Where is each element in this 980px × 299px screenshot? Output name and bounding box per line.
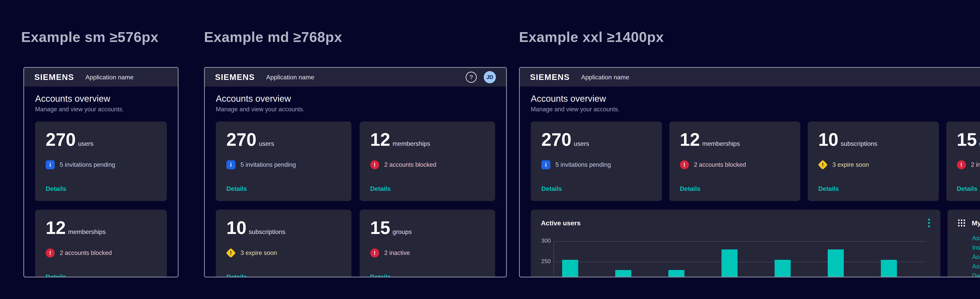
app-window-md: SIEMENS Application name ? JD Accounts o… (204, 67, 507, 277)
app-link[interactable]: Assets flow (972, 235, 980, 242)
y-axis-line (554, 241, 554, 277)
chart-bar (668, 270, 684, 277)
details-link[interactable]: Details (818, 185, 839, 192)
page-subtitle: Manage and view your accounts. (216, 106, 495, 113)
app-link[interactable]: Access key (972, 254, 980, 261)
app-window-xxl: SIEMENS Application name ? JD Accounts o… (519, 67, 980, 277)
alarm-icon: ! (370, 248, 379, 258)
metric: 15 groups (957, 130, 980, 148)
memberships-count: 12 (46, 219, 66, 237)
groups-count: 15 (370, 219, 390, 237)
details-link[interactable]: Details (680, 185, 700, 192)
warning-icon: ! (226, 248, 235, 258)
metric: 12 memberships (680, 130, 790, 148)
alarm-icon: ! (680, 160, 689, 169)
kebab-menu-icon[interactable] (928, 218, 930, 228)
card-memberships: 12 memberships ! 2 accounts blocked Deta… (669, 121, 800, 201)
card-subscriptions: 10 subscriptions ! 3 expire soon Details (808, 121, 939, 201)
cards-grid: 270 users i 5 invitations pending Detail… (216, 121, 495, 277)
card-users: 270 users i 5 invitations pending Detail… (216, 121, 352, 201)
active-users-chart-card: Active users 300250 (531, 210, 940, 277)
app-header: SIEMENS Application name ? JD (520, 68, 980, 87)
subscriptions-label: subscriptions (841, 140, 877, 147)
app-link[interactable]: Assets App (972, 263, 980, 270)
warning-icon: ! (818, 160, 827, 169)
card-users: 270 users i 5 invitations pending Detail… (531, 121, 662, 201)
groups-label: groups (979, 140, 980, 147)
canvas: { "sections": { "sm": { "title": "Exampl… (0, 0, 980, 299)
details-link[interactable]: Details (46, 274, 66, 277)
card-subscriptions: 10 subscriptions ! 3 expire soon Details (216, 210, 352, 277)
details-link[interactable]: Details (370, 274, 391, 277)
siemens-logo: SIEMENS (215, 73, 255, 82)
metric: 15 groups (370, 219, 485, 237)
users-label: users (574, 140, 589, 147)
subscriptions-count: 10 (226, 219, 247, 237)
status-text: 3 expire soon (240, 250, 277, 256)
details-link[interactable]: Details (226, 274, 247, 277)
chart-title: Active users (541, 219, 581, 227)
status-row: ! 2 accounts blocked (680, 160, 790, 169)
status-row: i 5 invitations pending (46, 160, 156, 169)
status-text: 2 accounts blocked (60, 250, 112, 256)
alarm-icon: ! (46, 248, 55, 258)
users-count: 270 (46, 130, 76, 148)
app-link-row: Assets App› (972, 262, 980, 271)
users-label: users (259, 140, 274, 147)
memberships-label: memberships (702, 140, 740, 147)
app-link[interactable]: Insights (972, 244, 980, 251)
cards-grid: 270 users i 5 invitations pending Detail… (531, 121, 980, 201)
status-text: 2 inactive (384, 250, 410, 256)
app-header: SIEMENS Application name (24, 68, 178, 87)
status-text: 2 inactive (971, 161, 980, 168)
bottom-row: Active users 300250 (531, 210, 980, 277)
card-memberships: 12 memberships ! 2 accounts blocked Deta… (360, 121, 495, 201)
details-link[interactable]: Details (957, 185, 977, 192)
metric: 270 users (226, 130, 341, 148)
gridline-300 (554, 241, 926, 242)
panel-header: My apps (958, 218, 980, 228)
page-content: Accounts overview Manage and view your a… (24, 94, 178, 277)
my-apps-card: My apps Assets flow›Insights›Access key›… (947, 210, 980, 277)
breakpoint-title-md: Example md ≥768px (204, 29, 342, 45)
page-title: Accounts overview (216, 94, 495, 103)
status-row: ! 2 inactive (957, 160, 980, 169)
info-icon: i (46, 160, 55, 169)
details-link[interactable]: Details (541, 185, 562, 192)
details-link[interactable]: Details (226, 185, 247, 192)
users-count: 270 (541, 130, 571, 148)
apps-grid-icon (958, 219, 966, 227)
status-row: i 5 invitations pending (226, 160, 341, 169)
users-label: users (78, 140, 94, 147)
details-link[interactable]: Details (370, 185, 391, 192)
y-tick-label: 250 (541, 258, 551, 264)
card-memberships: 12 memberships ! 2 accounts blocked Deta… (35, 210, 167, 277)
status-text: 3 expire soon (832, 161, 869, 168)
page-content: Accounts overview Manage and view your a… (205, 94, 506, 277)
app-link[interactable]: Data App (972, 272, 980, 277)
app-window-sm: SIEMENS Application name Accounts overvi… (23, 67, 178, 277)
page-title: Accounts overview (35, 94, 167, 103)
memberships-count: 12 (680, 130, 700, 148)
info-icon: i (226, 160, 235, 169)
breakpoint-title-sm: Example sm ≥576px (21, 29, 159, 45)
app-name: Application name (266, 74, 314, 81)
app-link-row: Insights› (972, 243, 980, 252)
avatar[interactable]: JD (484, 71, 496, 83)
help-icon[interactable]: ? (466, 72, 477, 83)
status-text: 5 invitations pending (60, 161, 115, 168)
cards-grid: 270 users i 5 invitations pending Detail… (35, 121, 167, 277)
metric: 10 subscriptions (226, 219, 341, 237)
active-users-bar-chart: 300250 (541, 233, 930, 277)
details-link[interactable]: Details (46, 185, 66, 192)
subscriptions-count: 10 (818, 130, 838, 148)
y-tick-label: 300 (541, 237, 551, 244)
chart-bar (828, 250, 844, 277)
chart-bar (562, 260, 578, 278)
chart-bar (881, 260, 897, 278)
app-name: Application name (581, 74, 629, 81)
status-text: 2 accounts blocked (694, 161, 746, 168)
alarm-icon: ! (957, 160, 966, 169)
chart-bar (721, 250, 738, 277)
page-content: Accounts overview Manage and view your a… (520, 94, 980, 277)
